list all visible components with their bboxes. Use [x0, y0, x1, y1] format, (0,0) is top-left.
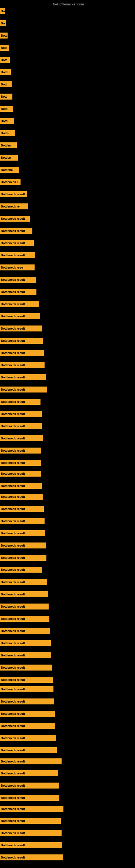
bar-row: Bott — [0, 45, 9, 51]
bar-label: Bottlen — [0, 155, 18, 161]
bar-row: Bottleneck result — [0, 530, 45, 536]
bar-row: Bottleneck result — [0, 855, 63, 860]
bar-label: Bottl — [0, 106, 13, 112]
bar-label: Bottleneck result — [0, 747, 57, 753]
bar-row: Bo — [0, 8, 5, 14]
bar-label: Bottleneck result — [0, 842, 62, 848]
bar-row: Bottleneck r — [0, 179, 20, 185]
bar-label: Bottleneck result — [0, 628, 50, 634]
bar-row: Bottleneck result — [0, 423, 42, 429]
bar-label: Bottleneck result — [0, 830, 61, 836]
bar-row: Bott — [0, 57, 10, 63]
bar-label: Bo — [0, 8, 5, 14]
bar-label: Bottleneck result — [0, 399, 41, 405]
bar-row: Bottleneck result — [0, 770, 58, 776]
bar-row: Bottleneck result — [0, 579, 47, 585]
bar-label: Bottleneck result — [0, 591, 48, 597]
bar-label: Bottleneck result — [0, 228, 32, 234]
bar-label: Bott — [0, 45, 9, 51]
bar-row: Bottlene — [0, 167, 19, 173]
bar-row: Bottleneck result — [0, 567, 42, 572]
bar-row: Bottleneck result — [0, 483, 42, 489]
bar-label: Bottleneck result — [0, 806, 63, 812]
bar-row: Bottleneck result — [0, 518, 45, 524]
bar-label: Bottleneck result — [0, 460, 41, 466]
bar-label: Bottlen — [0, 143, 17, 148]
bar-label: Bottleneck result — [0, 567, 42, 572]
bar-label: Bott — [0, 82, 12, 87]
bar-label: Bottlene — [0, 167, 19, 173]
bar-label: Bottleneck result — [0, 699, 54, 705]
bar-row: Bottleneck result — [0, 591, 48, 597]
bar-label: Bottleneck result — [0, 640, 51, 646]
bar-row: Bottleneck result — [0, 338, 43, 344]
bar-row: Bottleneck result — [0, 411, 42, 417]
bar-row: Bottleneck result — [0, 664, 52, 671]
bar-row: Bottleneck result — [0, 289, 37, 295]
bar-label: Bottleneck result — [0, 616, 49, 622]
bar-label: Bottleneck result — [0, 411, 42, 417]
bar-label: Bottleneck result — [0, 350, 44, 356]
bar-row: Bottle — [0, 130, 15, 136]
bar-row: Bo — [0, 20, 6, 26]
bar-row: Bottleneck result — [0, 542, 46, 549]
bar-label: Bott — [0, 94, 12, 99]
bar-row: Bottleneck result — [0, 277, 36, 283]
bar-label: Bottleneck result — [0, 603, 49, 610]
bar-row: Bottleneck result — [0, 723, 55, 729]
bar-label: Bottleneck result — [0, 542, 46, 549]
bar-row: Bottleneck result — [0, 506, 44, 512]
bar-label: Bottleneck result — [0, 423, 42, 429]
bar-label: Bottleneck result — [0, 818, 61, 824]
bar-row: Bottleneck result — [0, 228, 32, 234]
bar-row: Bottlen — [0, 143, 17, 148]
bar-row: Bottleneck result — [0, 628, 50, 634]
site-title: TheBottlenecker.com — [51, 2, 84, 6]
bar-label: Bottleneck result — [0, 652, 51, 658]
bar-row: Bottleneck result — [0, 494, 43, 500]
bar-row: Bottleneck result — [0, 782, 59, 788]
bar-label: Bottleneck result — [0, 782, 59, 788]
bar-row: Bottleneck result — [0, 447, 41, 454]
bar-label: Bottleneck result — [0, 362, 45, 368]
bar-label: Bottleneck resu — [0, 265, 35, 271]
bar-row: Bottleneck result — [0, 399, 41, 405]
bar-row: Bottleneck result — [0, 374, 46, 380]
bar-label: Bo — [0, 20, 6, 26]
bar-label: Bottleneck result — [0, 579, 47, 585]
bar-row: Bottl — [0, 106, 13, 112]
bar-row: Bottleneck result — [0, 747, 57, 753]
bar-row: Bottleneck result — [0, 240, 34, 246]
bar-label: Bottleneck result — [0, 664, 52, 671]
bar-row: Bottleneck result — [0, 652, 51, 658]
bar-label: Bottleneck result — [0, 447, 41, 454]
bar-row: Bottlen — [0, 155, 18, 161]
bar-row: Bottleneck result — [0, 555, 46, 561]
bar-row: Bottleneck result — [0, 758, 61, 764]
bar-row: Bottleneck result — [0, 795, 59, 801]
bar-row: Bottleneck result — [0, 818, 61, 824]
bar-row: Bottleneck result — [0, 435, 43, 441]
bar-row: Bottleneck result — [0, 191, 27, 197]
bar-label: Bottleneck result — [0, 677, 53, 683]
bar-row: Bottleneck result — [0, 326, 42, 332]
bar-label: Bottleneck result — [0, 277, 36, 283]
bar-row: Bottleneck result — [0, 350, 44, 356]
bar-label: Bottl — [0, 69, 11, 75]
bar-label: Bottleneck result — [0, 795, 59, 801]
bar-row: Bottleneck result — [0, 677, 53, 683]
bar-row: Bottleneck result — [0, 216, 30, 222]
bar-row: Bottl — [0, 69, 11, 75]
bar-label: Bottleneck result — [0, 686, 53, 692]
bar-row: Bottleneck result — [0, 699, 54, 705]
bar-label: Bott — [0, 33, 8, 38]
bar-label: Bottleneck result — [0, 494, 43, 500]
bar-row: Bott — [0, 82, 12, 87]
bar-label: Bottleneck result — [0, 471, 41, 476]
bar-label: Bottleneck result — [0, 711, 55, 717]
bar-row: Bottleneck result — [0, 806, 63, 812]
bar-row: Bottleneck result — [0, 252, 35, 258]
bar-row: Bottleneck result — [0, 711, 55, 717]
bar-row: Bottleneck resu — [0, 265, 35, 271]
bar-label: Bottleneck result — [0, 518, 45, 524]
